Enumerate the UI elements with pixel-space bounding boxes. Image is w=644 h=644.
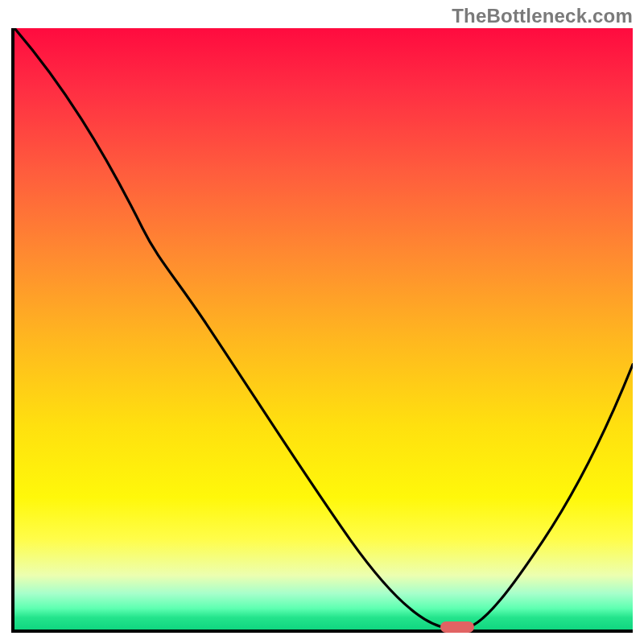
chart-container: TheBottleneck.com [0, 0, 644, 644]
bottleneck-curve [14, 28, 633, 628]
plot-area [11, 28, 633, 633]
curve-svg [14, 28, 633, 630]
optimal-marker [440, 621, 474, 633]
watermark-text: TheBottleneck.com [452, 5, 633, 27]
